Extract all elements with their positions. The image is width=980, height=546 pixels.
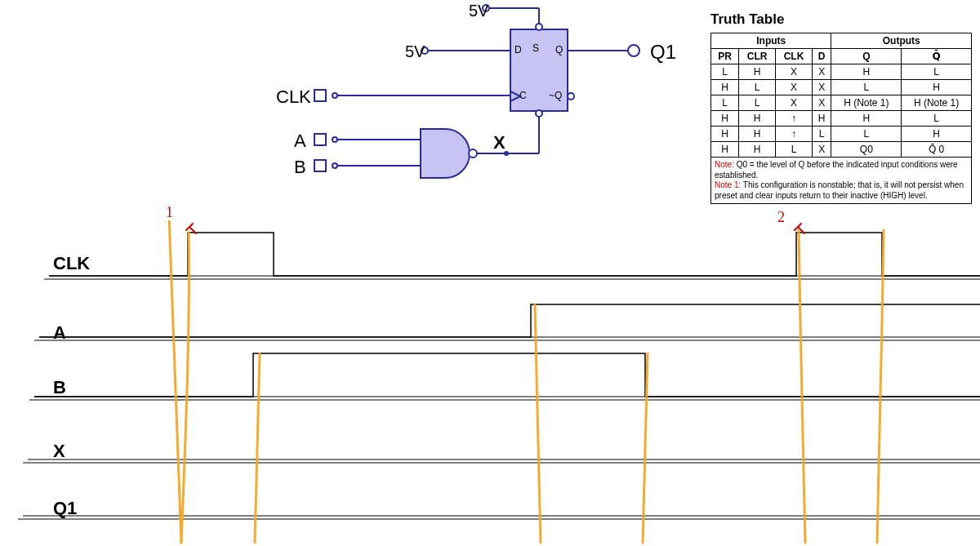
clk-pad-label: CLK [276,87,311,108]
truth-col-row: PR CLR CLK D Q Q̄ [711,49,972,64]
truth-table: Inputs Outputs PR CLR CLK D Q Q̄ LHXXHLH… [710,33,972,158]
truth-outputs-header: Outputs [831,33,972,49]
truth-row: HHLXQ0Q̄ 0 [711,142,972,158]
truth-row: LHXXHL [711,64,972,80]
b-pad-label: B [294,157,306,178]
svg-rect-17 [314,160,326,171]
pin-nq: ~Q [549,90,562,101]
a-pad-label: A [294,131,306,152]
timing-diagram [0,220,980,546]
circuit-diagram [270,0,710,188]
truth-inputs-header: Inputs [711,33,831,49]
pin-c: C [519,90,527,101]
svg-point-18 [332,163,337,168]
truth-notes: Note: Q0 = the level of Q before the ind… [710,158,972,204]
truth-row: HLXXLH [711,80,972,95]
truth-row: HH↑HHL [711,111,972,127]
truth-row: HH↑LLH [711,127,972,142]
svg-point-3 [536,110,542,117]
truth-table-title: Truth Table [710,11,972,28]
x-node-label: X [493,132,506,153]
vcc-pre-label: 5V [469,2,488,20]
annotation-2: 2 [777,209,785,226]
annotation-1: 1 [166,204,173,221]
pin-s: S [532,42,539,54]
svg-point-25 [628,45,639,56]
svg-rect-14 [314,134,326,145]
svg-point-15 [332,137,337,142]
svg-point-20 [469,149,477,158]
truth-row: LLXXH (Note 1)H (Note 1) [711,95,972,111]
vcc-d-label: 5V [405,42,425,61]
svg-rect-11 [314,90,326,101]
pin-q: Q [555,44,563,55]
pin-d: D [514,44,522,55]
svg-point-12 [332,93,337,98]
q1-out-label: Q1 [650,41,676,64]
svg-point-2 [536,24,542,30]
svg-point-5 [568,93,574,100]
truth-table-block: Truth Table Inputs Outputs PR CLR CLK D … [710,11,972,204]
